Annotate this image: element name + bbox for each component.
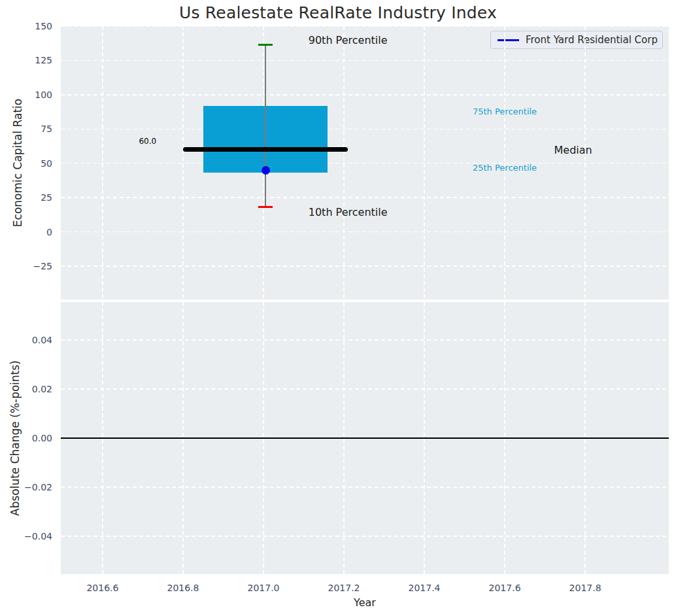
x-tick-label: 2017.6 [479,581,531,594]
y-tick-label: 0.00 [0,432,52,445]
p10-cap [258,206,273,208]
y-tick-label: 75 [0,122,52,135]
y-tick-label: 100 [0,88,52,101]
x-tick-label: 2017.8 [559,581,611,594]
gridline [61,129,669,130]
gridline [61,231,669,233]
y-tick-label: −0.04 [0,530,52,543]
gridline [61,388,669,390]
gridline [61,265,669,267]
x-tick-label: 2017.0 [237,581,290,594]
gridline [61,26,669,27]
figure: Us Realestate RealRate Industry Index Ec… [0,0,676,616]
company-value-dot [262,166,270,175]
annotation-label: 60.0 [139,137,156,146]
annotation-label: 75th Percentile [473,107,537,116]
annotation-label: 10th Percentile [309,206,388,218]
gridline [61,536,669,537]
y-tick-label: −25 [0,260,52,273]
chart-title: Us Realestate RealRate Industry Index [0,3,676,22]
x-tick-label: 2017.2 [318,581,370,594]
x-axis-label: Year [61,596,669,609]
x-tick-label: 2016.8 [157,581,209,594]
y-tick-label: 25 [0,191,52,204]
legend-line-icon [498,39,519,41]
legend: Front Yard Residential Corp [490,31,663,49]
gridline [61,487,669,488]
gridline [61,197,669,198]
median-line [183,147,348,152]
y-tick-label: 0.02 [0,383,52,396]
annotation-label: 90th Percentile [309,33,388,46]
y-tick-label: 150 [0,20,52,33]
annotation-label: 25th Percentile [473,163,537,173]
y-tick-label: 0 [0,226,52,239]
whisker-line [265,45,266,207]
p90-cap [258,44,273,46]
gridline [61,60,669,61]
gridline [61,163,669,164]
annotation-label: Median [554,143,592,156]
x-tick-label: 2016.6 [76,581,129,594]
y-tick-label: −0.02 [0,481,52,494]
legend-label: Front Yard Residential Corp [526,34,658,46]
y-tick-label: 50 [0,157,52,170]
x-tick-label: 2017.4 [398,581,450,594]
gridline [61,339,669,341]
y-tick-label: 0.04 [0,334,52,347]
gridline [61,94,669,95]
zero-line [61,437,669,439]
y-tick-label: 125 [0,54,52,67]
